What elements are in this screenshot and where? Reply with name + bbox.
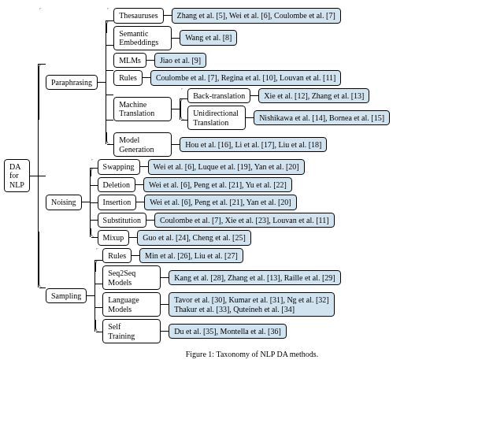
citation-leaf: Zhang et al. [5], Wei et al. [6], Coulom… [172, 8, 341, 24]
tree-node: MLMs [113, 53, 146, 69]
citation-leaf: Kang et al. [28], Zhang et al. [13], Rai… [169, 270, 340, 286]
figure-caption: Figure 1: Taxonomy of NLP DA methods. [4, 350, 500, 358]
citation-leaf: Min et al. [26], Liu et al. [27] [139, 248, 243, 264]
citation-leaf: Jiao et al. [9] [154, 53, 206, 69]
citation-leaf: Wei et al. [6], Peng et al. [21], Yu et … [143, 177, 292, 193]
tree-node: UnidirectionalTranslation [187, 106, 246, 130]
citation-leaf: Du et al. [35], Montella et al. [36] [169, 324, 287, 339]
tree-node: SelfTraining [102, 319, 161, 343]
citation-leaf: Coulombe et al. [7], Xie et al. [23], Lo… [154, 213, 335, 228]
tree-node: Sampling [46, 288, 87, 304]
tree-node: Swapping [98, 159, 140, 175]
tree-node: MachineTranslation [113, 97, 172, 121]
tree-node: Deletion [98, 177, 135, 193]
tree-node: ModelGeneration [113, 132, 172, 157]
tree-node: Thesauruses [113, 8, 163, 24]
citation-leaf: Wei et al. [6], Luque et al. [19], Yan e… [148, 159, 305, 175]
tree-node: Insertion [98, 195, 137, 210]
root-node: DAforNLP [4, 159, 30, 193]
citation-leaf: Coulombe et al. [7], Regina et al. [10],… [150, 70, 341, 86]
tree-node: Noising [46, 195, 82, 210]
tree-node: SemanticEmbeddings [113, 26, 172, 50]
tree-node: Rules [102, 248, 132, 264]
tree-node: LanguageModels [102, 292, 161, 317]
citation-leaf: Guo et al. [24], Cheng et al. [25] [137, 230, 251, 246]
tree-node: Mixup [98, 230, 130, 246]
tree-node: Back-translation [187, 88, 250, 104]
citation-leaf: Wang et al. [8] [180, 30, 237, 46]
citation-leaf: Tavor et al. [30], Kumar et al. [31], Ng… [169, 292, 334, 317]
citation-leaf: Hou et al. [16], Li et al. [17], Liu et … [180, 137, 327, 153]
tree-node: Seq2SeqModels [102, 265, 161, 290]
tree-node: Paraphrasing [46, 75, 98, 91]
citation-leaf: Wei et al. [6], Peng et al. [21], Yan et… [144, 195, 296, 210]
citation-leaf: Nishikawa et al. [14], Bornea et al. [15… [254, 110, 390, 126]
citation-leaf: Xie et al. [12], Zhang et al. [13] [258, 88, 369, 104]
tree-node: Substitution [98, 213, 146, 228]
tree-node: Rules [113, 70, 143, 86]
